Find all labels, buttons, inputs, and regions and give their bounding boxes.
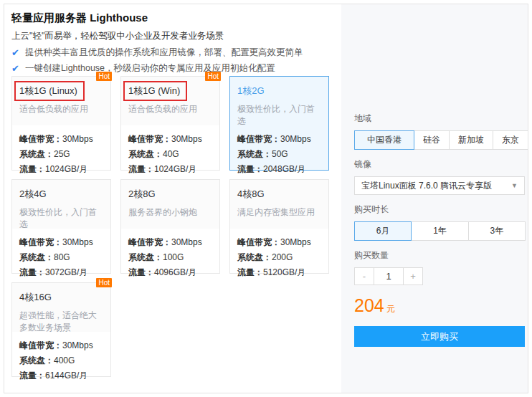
plan-title: 1核1G (Linux) [19, 85, 77, 96]
duration-selector: 6月1年3年 [354, 221, 525, 241]
quantity-label: 购买数量 [354, 249, 528, 262]
spec-traffic: 流量：2048GB/月 [237, 162, 321, 177]
plan-card[interactable]: Hot 2核8G 服务器界的小钢炮 峰值带宽：30Mbps 系统盘：100G 流… [120, 179, 220, 274]
plan-card-top: 1核2G 极致性价比，入门首选 [230, 77, 328, 125]
page-frame: 轻量应用服务器 Lighthouse 上云"轻"而易举，轻松驾驭中小企业及开发者… [4, 4, 528, 393]
page-title: 轻量应用服务器 Lighthouse [11, 11, 148, 25]
plan-description: 适合低负载的应用 [128, 103, 212, 115]
annotation-box: 2核4G [14, 184, 54, 204]
annotation-box: 1核1G (Linux) [14, 81, 85, 101]
plan-title: 2核8G [128, 188, 156, 199]
plan-title: 1核2G [237, 85, 265, 96]
plan-specs: 峰值带宽：30Mbps 系统盘：100G 流量：4096GB/月 [121, 229, 219, 280]
plan-specs: 峰值带宽：30Mbps 系统盘：200G 流量：5120GB/月 [230, 229, 328, 280]
spec-bandwidth: 峰值带宽：30Mbps [19, 235, 103, 250]
plan-card-top: 4核16G 超强性能，适合绝大多数业务场景 [12, 283, 110, 332]
plan-card-top: 1核1G (Win) 适合低负载的应用 [121, 77, 219, 125]
plan-specs: 峰值带宽：30Mbps 系统盘：40G 流量：1024GB/月 [121, 125, 219, 177]
spec-traffic: 流量：5120GB/月 [237, 265, 321, 280]
hot-badge: Hot [205, 72, 221, 81]
plan-card[interactable]: Hot 2核4G 极致性价比，入门首选 峰值带宽：30Mbps 系统盘：80G … [11, 179, 111, 274]
plan-specs: 峰值带宽：30Mbps 系统盘：400G 流量：6144GB/月 [12, 332, 110, 383]
feature-bullet: ✔ 提供种类丰富且优质的操作系统和应用镜像，部署、配置更高效更简单 [11, 47, 303, 59]
plan-specs: 峰值带宽：30Mbps 系统盘：25G 流量：1024GB/月 [12, 125, 110, 177]
annotation-box: 1核2G [232, 81, 272, 101]
plan-card-top: 1核1G (Linux) 适合低负载的应用 [12, 77, 110, 125]
price-amount: 204 [354, 295, 384, 315]
feature-bullet-text: 一键创建Lighthouse，秒级启动你的专属应用及应用初始化配置 [25, 62, 275, 75]
region-option-新加坡[interactable]: 新加坡 [449, 130, 493, 150]
feature-bullet: ✔ 一键创建Lighthouse，秒级启动你的专属应用及应用初始化配置 [11, 62, 275, 75]
plan-description: 服务器界的小钢炮 [128, 206, 212, 219]
region-option-硅谷[interactable]: 硅谷 [414, 130, 450, 150]
spec-traffic: 流量：1024GB/月 [19, 162, 103, 177]
duration-option-1年[interactable]: 1年 [411, 221, 468, 241]
duration-option-3年[interactable]: 3年 [468, 221, 526, 241]
plan-card-top: 2核8G 服务器界的小钢炮 [121, 180, 219, 229]
image-label: 镜像 [354, 158, 528, 171]
plan-title: 1核1G (Win) [128, 85, 180, 96]
plan-specs: 峰值带宽：30Mbps 系统盘：50G 流量：2048GB/月 [230, 125, 328, 177]
spec-disk: 系统盘：50G [237, 147, 321, 162]
spec-bandwidth: 峰值带宽：30Mbps [128, 235, 212, 250]
quantity-stepper: - 1 + [354, 267, 528, 285]
spec-disk: 系统盘：400G [19, 353, 103, 368]
check-icon: ✔ [11, 47, 19, 58]
plan-card[interactable]: Hot 1核1G (Linux) 适合低负载的应用 峰值带宽：30Mbps 系统… [11, 76, 111, 171]
spec-disk: 系统盘：80G [19, 250, 103, 265]
plan-description: 适合低负载的应用 [19, 103, 103, 115]
spec-bandwidth: 峰值带宽：30Mbps [128, 132, 212, 147]
region-selector: 中国香港硅谷新加坡东京莫斯科 [354, 130, 525, 150]
hot-badge: Hot [96, 72, 112, 81]
plan-description: 极致性价比，入门首选 [237, 103, 321, 128]
plan-card[interactable]: Hot 1核1G (Win) 适合低负载的应用 峰值带宽：30Mbps 系统盘：… [120, 76, 220, 171]
spec-traffic: 流量：3072GB/月 [19, 265, 103, 280]
config-panel: 地域 中国香港硅谷新加坡东京莫斯科 镜像 宝塔Linux面板 7.6.0 腾讯云… [341, 4, 528, 393]
image-dropdown[interactable]: 宝塔Linux面板 7.6.0 腾讯云专享版 ▼ [354, 176, 525, 195]
plan-card[interactable]: Hot 1核2G 极致性价比，入门首选 峰值带宽：30Mbps 系统盘：50G … [229, 76, 329, 171]
annotation-box: 2核8G [123, 184, 163, 204]
duration-label: 购买时长 [354, 204, 528, 216]
plan-grid: Hot 1核1G (Linux) 适合低负载的应用 峰值带宽：30Mbps 系统… [11, 76, 338, 377]
plan-card[interactable]: Hot 4核8G 满足内存密集型应用 峰值带宽：30Mbps 系统盘：200G … [229, 179, 329, 274]
spec-disk: 系统盘：100G [128, 250, 212, 265]
image-dropdown-value: 宝塔Linux面板 7.6.0 腾讯云专享版 [361, 180, 492, 192]
price: 204元 [354, 295, 528, 316]
plan-card-top: 4核8G 满足内存密集型应用 [230, 180, 328, 229]
page-subtitle: 上云"轻"而易举，轻松驾驭中小企业及开发者业务场景 [11, 30, 224, 42]
plan-card-top: 2核4G 极致性价比，入门首选 [12, 180, 110, 229]
region-option-东京[interactable]: 东京 [493, 130, 528, 150]
plan-description: 极致性价比，入门首选 [19, 206, 103, 231]
spec-traffic: 流量：4096GB/月 [128, 265, 212, 280]
plan-card[interactable]: Hot 4核16G 超强性能，适合绝大多数业务场景 峰值带宽：30Mbps 系统… [11, 282, 111, 377]
quantity-value: 1 [374, 267, 404, 285]
spec-disk: 系统盘：40G [128, 147, 212, 162]
spec-disk: 系统盘：200G [237, 250, 321, 265]
price-unit: 元 [386, 304, 395, 314]
annotation-box: 1核1G (Win) [123, 81, 187, 101]
spec-disk: 系统盘：25G [19, 147, 103, 162]
region-label: 地域 [354, 113, 528, 125]
spec-bandwidth: 峰值带宽：30Mbps [19, 338, 103, 353]
spec-traffic: 流量：1024GB/月 [128, 162, 212, 177]
quantity-plus-button[interactable]: + [403, 267, 423, 285]
plan-description: 超强性能，适合绝大多数业务场景 [19, 310, 103, 335]
spec-bandwidth: 峰值带宽：30Mbps [237, 235, 321, 250]
hot-badge: Hot [96, 278, 112, 287]
chevron-down-icon: ▼ [511, 182, 518, 189]
check-icon: ✔ [11, 63, 19, 74]
buy-now-button[interactable]: 立即购买 [354, 326, 525, 347]
region-option-中国香港[interactable]: 中国香港 [354, 130, 414, 150]
plan-title: 4核16G [19, 292, 52, 302]
plan-description: 满足内存密集型应用 [237, 206, 321, 219]
feature-bullet-text: 提供种类丰富且优质的操作系统和应用镜像，部署、配置更高效更简单 [25, 47, 303, 59]
plan-title: 2核4G [19, 188, 47, 199]
quantity-minus-button[interactable]: - [354, 267, 374, 285]
spec-bandwidth: 峰值带宽：30Mbps [19, 132, 103, 147]
spec-traffic: 流量：6144GB/月 [19, 368, 103, 383]
region-option-莫斯科[interactable]: 莫斯科 [528, 130, 528, 150]
plan-title: 4核8G [237, 188, 265, 199]
annotation-box: 4核16G [14, 287, 59, 307]
duration-option-6月[interactable]: 6月 [354, 221, 412, 241]
annotation-box: 4核8G [232, 184, 272, 204]
